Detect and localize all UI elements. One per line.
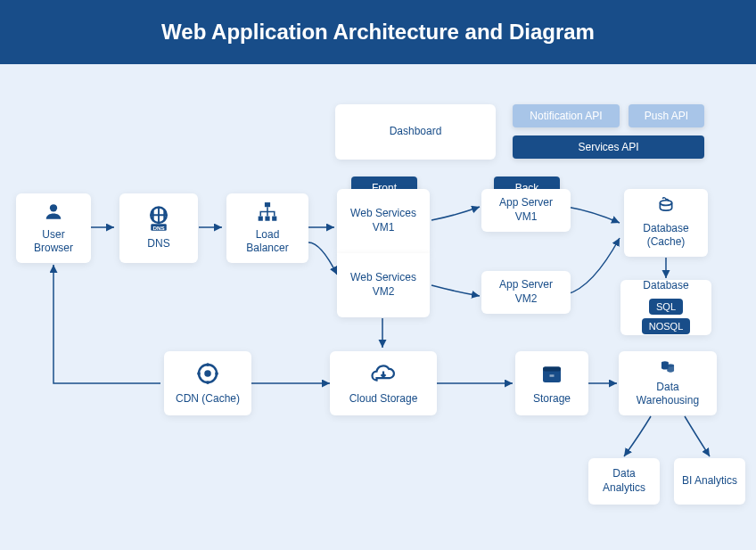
svg-point-20 — [206, 381, 210, 384]
load-balancer-box: Load Balancer — [226, 193, 308, 263]
svg-point-16 — [660, 201, 671, 206]
diagram-canvas: Dashboard Notification API Push API Serv… — [0, 64, 756, 550]
cloud-storage-box: Cloud Storage — [330, 351, 437, 415]
network-icon — [254, 201, 281, 223]
data-analytics-box: Data Analytics — [588, 458, 660, 505]
app-server-vm2-box: App Server VM2 — [481, 271, 571, 314]
database-box: Database SQL NOSQL — [620, 280, 711, 335]
svg-point-22 — [215, 372, 218, 375]
storage-box: Storage — [515, 351, 588, 415]
database-pills: SQL NOSQL — [628, 297, 704, 336]
dns-box: DNS DNS — [119, 193, 198, 263]
svg-rect-24 — [543, 367, 561, 372]
user-browser-box: User Browser — [16, 193, 91, 263]
svg-rect-25 — [550, 374, 555, 377]
svg-rect-13 — [259, 217, 263, 221]
svg-rect-14 — [265, 217, 269, 221]
nosql-pill: NOSQL — [642, 318, 691, 334]
cdn-box: CDN (Cache) — [164, 351, 251, 415]
web-services-vm1-box: Web Services VM1 — [337, 189, 430, 253]
svg-point-21 — [197, 372, 201, 375]
page-header: Web Application Architecture and Diagram — [0, 0, 756, 64]
globe-icon: DNS — [145, 205, 172, 232]
warehouse-icon — [654, 358, 681, 375]
dashboard-label: Dashboard — [390, 125, 442, 139]
notification-api-tag: Notification API — [513, 104, 620, 127]
bi-analytics-box: BI Analytics — [674, 458, 745, 505]
svg-rect-15 — [272, 217, 276, 221]
sql-pill: SQL — [649, 299, 683, 315]
svg-point-8 — [50, 204, 57, 211]
cdn-icon — [194, 360, 221, 387]
database-cache-box: Database (Cache) — [624, 189, 708, 257]
push-api-tag: Push API — [629, 104, 704, 127]
user-icon — [40, 201, 67, 223]
web-services-vm2-box: Web Services VM2 — [337, 253, 430, 317]
svg-point-19 — [206, 363, 210, 366]
app-server-vm1-box: App Server VM1 — [481, 189, 571, 232]
data-warehousing-box: Data Warehousing — [619, 351, 717, 415]
svg-text:DNS: DNS — [152, 225, 164, 231]
storage-icon — [538, 360, 565, 387]
cloud-icon — [370, 360, 397, 387]
db-cache-icon — [654, 196, 678, 217]
svg-rect-12 — [265, 202, 270, 207]
page-title: Web Application Architecture and Diagram — [161, 20, 595, 44]
services-api-tag: Services API — [513, 135, 704, 159]
svg-point-18 — [204, 370, 211, 377]
dashboard-box: Dashboard — [335, 104, 496, 160]
